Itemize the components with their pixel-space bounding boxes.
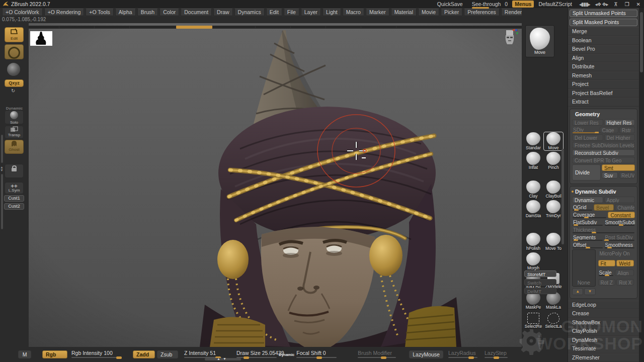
qxyz-button[interactable]: Qxyz xyxy=(5,79,24,87)
cell-cage[interactable]: Cage xyxy=(600,127,618,133)
panel-row-distribute[interactable]: Distribute xyxy=(568,62,639,71)
left-scroll-arrows[interactable]: ▲▼ xyxy=(0,166,4,172)
panel-row-crease[interactable]: Crease xyxy=(568,309,639,318)
menu-material[interactable]: Material xyxy=(391,9,417,16)
cell-higher-res[interactable]: Higher Res xyxy=(604,119,635,126)
rgb-button[interactable]: Rgb xyxy=(42,350,67,358)
close-button[interactable]: ✕ xyxy=(636,2,640,7)
menu-movie[interactable]: Movie xyxy=(418,9,439,16)
config-gears-icon[interactable]: ◂❖ ❖▸ xyxy=(595,2,608,7)
suv-toggle[interactable]: Suv xyxy=(602,172,618,178)
menu-macro[interactable]: Macro xyxy=(343,9,364,16)
see-through-slider[interactable]: See-through 0 xyxy=(472,1,508,7)
brush-move-to[interactable]: Move To xyxy=(544,233,563,251)
perspective-lock-button[interactable] xyxy=(5,164,24,178)
draw-size-mini-scrollbar[interactable]: ▲ ▼ xyxy=(205,358,241,360)
menu-file[interactable]: File xyxy=(284,9,299,16)
panel-row-zremesher[interactable]: ZRemesher xyxy=(568,353,639,362)
cell-freeze-subdivision-levels[interactable]: Freeze SubDivision Levels xyxy=(572,142,635,148)
menu-preferences[interactable]: Preferences xyxy=(464,9,500,16)
menu-color[interactable]: Color xyxy=(159,9,179,16)
panel-row-shadowbox[interactable]: ShadowBox xyxy=(568,318,639,327)
reuv-button[interactable]: ReUV xyxy=(619,172,635,178)
slider-flatsubdiv[interactable]: FlatSubdiv xyxy=(572,219,603,226)
brush-move[interactable]: Move xyxy=(544,132,563,150)
brush-clay[interactable]: Clay xyxy=(524,180,543,199)
cell-bevel[interactable]: Bevel xyxy=(594,204,614,211)
slider-segments[interactable]: Segments xyxy=(572,234,603,241)
default-zscript-button[interactable]: DefaultZScript xyxy=(538,1,572,7)
brush-standar[interactable]: Standar xyxy=(524,132,543,150)
divide-button[interactable]: Divide xyxy=(572,164,601,180)
panel-row-align[interactable]: Align xyxy=(568,54,639,63)
transp-button[interactable]: Transp xyxy=(5,126,24,139)
local-symmetry-button[interactable]: ✛✛ L.Sym xyxy=(5,182,24,194)
brush-modifier-slider[interactable]: Brush Modifier xyxy=(358,350,396,359)
panel-row-remesh[interactable]: Remesh xyxy=(568,71,639,80)
split-masked-points-button[interactable]: Split Masked Points xyxy=(570,19,637,26)
left-scrollbar-lower[interactable] xyxy=(1,174,3,229)
cust1-button[interactable]: Cust1 xyxy=(4,195,24,202)
panel-row-project[interactable]: Project xyxy=(568,80,639,89)
canvas-top-scrollbar[interactable] xyxy=(29,26,522,29)
menus-button[interactable]: Menus xyxy=(512,1,534,8)
zadd-button[interactable]: Zadd xyxy=(133,350,155,358)
panel-row-edgeloop[interactable]: EdgeLoop xyxy=(568,301,639,310)
menu-dynamics[interactable]: Dynamics xyxy=(234,9,265,16)
left-scrollbar-upper[interactable] xyxy=(1,135,3,163)
delmt-button[interactable]: DelMT xyxy=(524,288,556,294)
menu--o-colorwork[interactable]: +O ColorWork xyxy=(2,9,43,16)
panel-row-dynamesh[interactable]: DynaMesh xyxy=(568,336,639,345)
brush-morph[interactable]: Morph xyxy=(524,252,543,270)
next-arrow-button[interactable]: ▼ xyxy=(584,288,595,295)
cell-weld[interactable]: Weld xyxy=(616,260,634,266)
dynamic-subdiv-header[interactable]: Dynamic Subdiv xyxy=(571,188,636,196)
split-unmasked-points-button[interactable]: Split Unmasked Points xyxy=(570,10,637,17)
cell-reconstruct-subdiv[interactable]: Reconstruct Subdiv xyxy=(572,149,635,156)
ghost-button[interactable]: Ghost xyxy=(5,140,24,154)
solo-button[interactable]: Solo xyxy=(5,110,24,124)
cell-rot-x[interactable]: Rot X xyxy=(616,279,634,286)
gyro-button[interactable] xyxy=(5,61,23,75)
panel-row-boolean[interactable]: Boolean xyxy=(568,36,639,45)
canvas-scroll-handle[interactable] xyxy=(176,26,212,29)
slider-smoothness[interactable]: Smoothness xyxy=(604,242,635,248)
menu-draw[interactable]: Draw xyxy=(213,9,233,16)
slider-smoothsubdiv[interactable]: SmoothSubdiv xyxy=(604,219,635,226)
panel-row-tessimate[interactable]: Tessimate xyxy=(568,344,639,353)
menu--o-tools[interactable]: +O Tools xyxy=(86,9,114,16)
panel-row-bevel-pro[interactable]: Bevel Pro xyxy=(568,45,639,54)
slider-scale[interactable]: Scale xyxy=(598,269,614,276)
switch-button[interactable]: Switch xyxy=(524,279,556,286)
see-through-handle[interactable] xyxy=(472,7,489,9)
brush-selectre[interactable]: SelectRe xyxy=(524,311,543,329)
cell-del-lower[interactable]: Del Lower xyxy=(572,134,603,141)
minimize-button[interactable]: ⊼ xyxy=(614,2,617,7)
smt-toggle[interactable]: Smt xyxy=(602,164,635,171)
cell-rstr[interactable]: Rstr xyxy=(619,127,635,133)
zsub-button[interactable]: Zsub xyxy=(157,350,178,358)
panel-row-project-basrelief[interactable]: Project BasRelief xyxy=(568,89,639,98)
brush-claybuil[interactable]: ClayBuil xyxy=(544,180,563,199)
panel-row-extract[interactable]: Extract xyxy=(568,98,639,107)
storemt-button[interactable]: StoreMT xyxy=(524,270,556,277)
mini-up-arrow[interactable]: ▲ xyxy=(217,356,220,361)
brush-selectla[interactable]: SelectLa xyxy=(544,311,563,329)
cell-convert-bpr-to-geo[interactable]: Convert BPR To Geo xyxy=(572,157,635,163)
brush-damsta[interactable]: DamSta xyxy=(524,200,543,218)
menu-brush[interactable]: Brush xyxy=(137,9,158,16)
draw-size-slider[interactable]: Draw Size 25.05439 xyxy=(236,350,277,359)
cell-fit[interactable]: Fit xyxy=(598,260,616,266)
brush-inflat[interactable]: Inflat xyxy=(524,152,543,170)
divider-bars-icon[interactable]: ◂▮▮▮▸ xyxy=(579,2,590,7)
mini-down-arrow[interactable]: ▼ xyxy=(223,356,226,361)
cust2-button[interactable]: Cust2 xyxy=(4,203,24,210)
menu-document[interactable]: Document xyxy=(181,9,212,16)
cell-chamfer[interactable]: Chamfer xyxy=(615,204,635,211)
focal-shift-slider[interactable]: Focal Shift 0 xyxy=(296,350,337,359)
slider-qgrid[interactable]: QGrid xyxy=(572,204,593,211)
cell-constant[interactable]: Constant xyxy=(608,212,635,218)
cell-apply[interactable]: Apply xyxy=(604,197,635,203)
brush-hpolish[interactable]: hPolish xyxy=(524,233,543,251)
sculpt-viewport[interactable] xyxy=(29,23,522,347)
